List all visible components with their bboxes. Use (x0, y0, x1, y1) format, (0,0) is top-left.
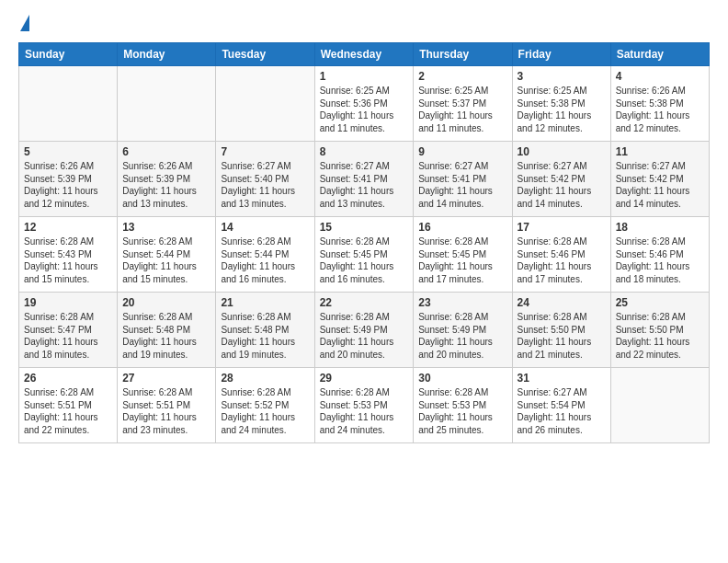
day-number: 2 (418, 70, 506, 83)
day-number: 22 (320, 296, 409, 309)
day-detail: Sunrise: 6:28 AMSunset: 5:50 PMDaylight:… (616, 311, 704, 361)
day-number: 27 (122, 372, 210, 385)
day-detail: Sunrise: 6:25 AMSunset: 5:38 PMDaylight:… (518, 85, 606, 134)
day-number: 5 (24, 145, 112, 158)
calendar-week-row: 12Sunrise: 6:28 AMSunset: 5:43 PMDayligh… (19, 217, 710, 293)
calendar-cell: 8Sunrise: 6:27 AMSunset: 5:41 PMDaylight… (314, 142, 414, 217)
calendar-cell: 4Sunrise: 6:26 AMSunset: 5:38 PMDaylight… (610, 66, 709, 142)
logo-triangle-icon (20, 15, 29, 31)
calendar-cell: 24Sunrise: 6:28 AMSunset: 5:50 PMDayligh… (512, 293, 610, 368)
page: SundayMondayTuesdayWednesdayThursdayFrid… (0, 0, 728, 563)
calendar-cell: 15Sunrise: 6:28 AMSunset: 5:45 PMDayligh… (314, 217, 414, 293)
day-detail: Sunrise: 6:28 AMSunset: 5:45 PMDaylight:… (320, 236, 409, 285)
day-detail: Sunrise: 6:28 AMSunset: 5:52 PMDaylight:… (221, 386, 309, 436)
day-detail: Sunrise: 6:27 AMSunset: 5:42 PMDaylight:… (518, 160, 606, 210)
calendar-cell: 28Sunrise: 6:28 AMSunset: 5:52 PMDayligh… (216, 368, 314, 443)
day-detail: Sunrise: 6:28 AMSunset: 5:44 PMDaylight:… (122, 236, 210, 285)
day-detail: Sunrise: 6:28 AMSunset: 5:51 PMDaylight:… (122, 386, 210, 436)
day-number: 9 (418, 145, 506, 158)
calendar-cell: 11Sunrise: 6:27 AMSunset: 5:42 PMDayligh… (610, 142, 709, 217)
day-number: 20 (122, 296, 210, 309)
header (18, 15, 710, 33)
day-detail: Sunrise: 6:25 AMSunset: 5:36 PMDaylight:… (320, 85, 409, 134)
day-number: 31 (518, 372, 606, 385)
day-number: 30 (418, 372, 506, 385)
day-number: 11 (616, 145, 704, 158)
day-number: 13 (122, 221, 210, 234)
calendar-cell: 14Sunrise: 6:28 AMSunset: 5:44 PMDayligh… (216, 217, 314, 293)
calendar-cell: 6Sunrise: 6:26 AMSunset: 5:39 PMDaylight… (118, 142, 216, 217)
calendar-cell: 7Sunrise: 6:27 AMSunset: 5:40 PMDaylight… (216, 142, 314, 217)
calendar-cell: 3Sunrise: 6:25 AMSunset: 5:38 PMDaylight… (512, 66, 610, 142)
logo (18, 15, 29, 33)
calendar-cell: 17Sunrise: 6:28 AMSunset: 5:46 PMDayligh… (512, 217, 610, 293)
calendar-cell: 27Sunrise: 6:28 AMSunset: 5:51 PMDayligh… (118, 368, 216, 443)
day-detail: Sunrise: 6:28 AMSunset: 5:44 PMDaylight:… (221, 236, 309, 285)
calendar-cell: 2Sunrise: 6:25 AMSunset: 5:37 PMDaylight… (414, 66, 512, 142)
calendar-cell: 5Sunrise: 6:26 AMSunset: 5:39 PMDaylight… (19, 142, 118, 217)
calendar-cell: 16Sunrise: 6:28 AMSunset: 5:45 PMDayligh… (414, 217, 512, 293)
calendar-cell (216, 66, 314, 142)
calendar-cell: 29Sunrise: 6:28 AMSunset: 5:53 PMDayligh… (314, 368, 414, 443)
calendar-cell: 20Sunrise: 6:28 AMSunset: 5:48 PMDayligh… (118, 293, 216, 368)
calendar-week-row: 5Sunrise: 6:26 AMSunset: 5:39 PMDaylight… (19, 142, 710, 217)
day-detail: Sunrise: 6:28 AMSunset: 5:48 PMDaylight:… (221, 311, 309, 361)
calendar-cell (610, 368, 709, 443)
day-number: 1 (320, 70, 409, 83)
day-number: 7 (221, 145, 309, 158)
calendar-cell: 13Sunrise: 6:28 AMSunset: 5:44 PMDayligh… (118, 217, 216, 293)
calendar-cell: 31Sunrise: 6:27 AMSunset: 5:54 PMDayligh… (512, 368, 610, 443)
calendar-cell: 9Sunrise: 6:27 AMSunset: 5:41 PMDaylight… (414, 142, 512, 217)
day-number: 10 (518, 145, 606, 158)
day-number: 25 (616, 296, 704, 309)
calendar-header-wednesday: Wednesday (314, 43, 414, 66)
day-detail: Sunrise: 6:28 AMSunset: 5:47 PMDaylight:… (24, 311, 112, 361)
calendar-cell: 19Sunrise: 6:28 AMSunset: 5:47 PMDayligh… (19, 293, 118, 368)
calendar-cell: 18Sunrise: 6:28 AMSunset: 5:46 PMDayligh… (610, 217, 709, 293)
day-detail: Sunrise: 6:28 AMSunset: 5:53 PMDaylight:… (320, 386, 409, 436)
calendar-cell: 12Sunrise: 6:28 AMSunset: 5:43 PMDayligh… (19, 217, 118, 293)
day-detail: Sunrise: 6:28 AMSunset: 5:46 PMDaylight:… (518, 236, 606, 285)
day-detail: Sunrise: 6:27 AMSunset: 5:41 PMDaylight:… (418, 160, 506, 210)
calendar-table: SundayMondayTuesdayWednesdayThursdayFrid… (18, 42, 710, 443)
calendar-header-row: SundayMondayTuesdayWednesdayThursdayFrid… (19, 43, 710, 66)
day-detail: Sunrise: 6:27 AMSunset: 5:40 PMDaylight:… (221, 160, 309, 210)
day-detail: Sunrise: 6:28 AMSunset: 5:53 PMDaylight:… (418, 386, 506, 436)
day-number: 17 (518, 221, 606, 234)
day-number: 23 (418, 296, 506, 309)
day-detail: Sunrise: 6:26 AMSunset: 5:38 PMDaylight:… (616, 85, 704, 134)
calendar-cell: 25Sunrise: 6:28 AMSunset: 5:50 PMDayligh… (610, 293, 709, 368)
day-number: 15 (320, 221, 409, 234)
calendar-cell: 26Sunrise: 6:28 AMSunset: 5:51 PMDayligh… (19, 368, 118, 443)
day-number: 14 (221, 221, 309, 234)
day-detail: Sunrise: 6:28 AMSunset: 5:43 PMDaylight:… (24, 236, 112, 285)
day-number: 6 (122, 145, 210, 158)
day-number: 19 (24, 296, 112, 309)
day-number: 12 (24, 221, 112, 234)
calendar-cell: 10Sunrise: 6:27 AMSunset: 5:42 PMDayligh… (512, 142, 610, 217)
day-number: 4 (616, 70, 704, 83)
day-number: 21 (221, 296, 309, 309)
calendar-header-monday: Monday (118, 43, 216, 66)
calendar-header-saturday: Saturday (610, 43, 709, 66)
day-number: 28 (221, 372, 309, 385)
calendar-cell: 23Sunrise: 6:28 AMSunset: 5:49 PMDayligh… (414, 293, 512, 368)
day-detail: Sunrise: 6:27 AMSunset: 5:42 PMDaylight:… (616, 160, 704, 210)
day-detail: Sunrise: 6:28 AMSunset: 5:50 PMDaylight:… (518, 311, 606, 361)
day-number: 26 (24, 372, 112, 385)
day-detail: Sunrise: 6:26 AMSunset: 5:39 PMDaylight:… (24, 160, 112, 210)
day-number: 18 (616, 221, 704, 234)
calendar-cell: 30Sunrise: 6:28 AMSunset: 5:53 PMDayligh… (414, 368, 512, 443)
calendar-cell: 1Sunrise: 6:25 AMSunset: 5:36 PMDaylight… (314, 66, 414, 142)
calendar-header-sunday: Sunday (19, 43, 118, 66)
day-number: 8 (320, 145, 409, 158)
day-detail: Sunrise: 6:28 AMSunset: 5:46 PMDaylight:… (616, 236, 704, 285)
day-number: 24 (518, 296, 606, 309)
calendar-cell: 22Sunrise: 6:28 AMSunset: 5:49 PMDayligh… (314, 293, 414, 368)
calendar-cell (118, 66, 216, 142)
day-detail: Sunrise: 6:27 AMSunset: 5:41 PMDaylight:… (320, 160, 409, 210)
day-number: 3 (518, 70, 606, 83)
calendar-week-row: 1Sunrise: 6:25 AMSunset: 5:36 PMDaylight… (19, 66, 710, 142)
day-detail: Sunrise: 6:28 AMSunset: 5:49 PMDaylight:… (320, 311, 409, 361)
calendar-header-friday: Friday (512, 43, 610, 66)
